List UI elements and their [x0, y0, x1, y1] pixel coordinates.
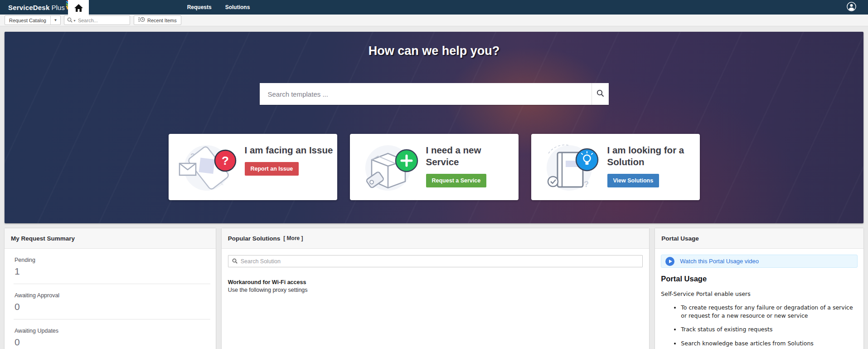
- summary-label: Awaiting Updates: [15, 328, 216, 334]
- view-solutions-button[interactable]: View Solutions: [607, 174, 659, 187]
- summary-value: 0: [15, 301, 216, 312]
- bottom-panels: My Request Summary Pending 1 Awaiting Ap…: [5, 228, 863, 349]
- book-bulb-icon: ?: [538, 140, 605, 194]
- play-icon: [665, 257, 674, 266]
- card-title: I am looking for a Solution: [607, 144, 698, 168]
- nav-menu: Requests Solutions: [180, 0, 257, 15]
- more-link[interactable]: [ More ]: [283, 235, 303, 241]
- portal-usage-bullet-list: To create requests for any failure or de…: [661, 304, 858, 347]
- recent-items-label: Recent Items: [147, 18, 177, 23]
- box-plus-icon: [356, 140, 423, 194]
- portal-usage-bullet: To create requests for any failure or de…: [681, 304, 858, 320]
- nav-item-solutions[interactable]: Solutions: [218, 0, 257, 15]
- template-search-button[interactable]: [592, 83, 609, 105]
- home-icon: [74, 4, 83, 14]
- hero-title: How can we help you?: [5, 44, 863, 58]
- request-service-button[interactable]: Request a Service: [426, 174, 487, 187]
- panel-title: My Request Summary: [5, 228, 216, 249]
- summary-row-awaiting-approval[interactable]: Awaiting Approval 0: [5, 284, 216, 319]
- search-icon: [232, 257, 238, 265]
- ticket-question-icon: ? ☾ ?: [175, 140, 242, 194]
- home-tab[interactable]: [68, 0, 89, 17]
- panel-title: Portal Usage: [655, 228, 863, 249]
- portal-usage-video-link[interactable]: Watch this Portal Usage video: [661, 255, 858, 268]
- secondary-toolbar: Request Catalog ▼ ▼ Recent Items: [0, 15, 868, 26]
- portal-usage-bullet: Track status of existing requests: [681, 325, 858, 334]
- portal-usage-bullet: Search knowledge base articles from Solu…: [681, 339, 858, 348]
- card-body: I am facing an Issue Report an Issue: [245, 140, 335, 194]
- svg-text:?: ?: [584, 180, 589, 189]
- summary-row-pending[interactable]: Pending 1: [5, 249, 216, 284]
- card-body: I am looking for a Solution View Solutio…: [607, 140, 698, 194]
- toolbar-search-input[interactable]: [78, 18, 127, 23]
- my-request-summary-panel: My Request Summary Pending 1 Awaiting Ap…: [5, 228, 216, 349]
- request-catalog-dropdown[interactable]: Request Catalog ▼: [5, 15, 61, 25]
- popular-solutions-panel: Popular Solutions [ More ] Workaround fo…: [222, 228, 650, 349]
- card-body: I need a new Service Request a Service: [426, 140, 517, 194]
- card-looking-solution: ? I am looking for a Solution View Solut…: [531, 134, 700, 200]
- recent-items-icon: [138, 17, 145, 24]
- servicedesk-logo[interactable]: ServiceDesk Plus: [0, 0, 73, 15]
- card-title: I need a new Service: [426, 144, 517, 168]
- request-catalog-label: Request Catalog: [5, 18, 50, 23]
- summary-value: 0: [15, 337, 216, 348]
- hero-banner: How can we help you? ? ☾: [5, 32, 863, 223]
- solution-list-item[interactable]: Workaround for Wi-Fi access Use the foll…: [228, 279, 643, 293]
- summary-label: Pending: [15, 257, 216, 263]
- hero-cards-row: ? ☾ ? I am facing an Issue Report an Iss…: [5, 134, 863, 200]
- solution-subtitle: Use the following proxy settings: [228, 287, 643, 293]
- template-search-bar: [260, 83, 609, 105]
- summary-label: Awaiting Approval: [15, 292, 216, 299]
- solution-search-box[interactable]: [228, 255, 643, 267]
- solutions-body: Workaround for Wi-Fi access Use the foll…: [222, 249, 650, 300]
- search-icon: [596, 89, 604, 98]
- card-need-service: I need a new Service Request a Service: [350, 134, 519, 200]
- summary-value: 1: [15, 266, 216, 277]
- panel-header: Popular Solutions [ More ]: [222, 228, 650, 249]
- template-search-input[interactable]: [260, 83, 592, 105]
- card-facing-issue: ? ☾ ? I am facing an Issue Report an Iss…: [169, 134, 337, 200]
- video-link-label: Watch this Portal Usage video: [680, 258, 759, 265]
- portal-usage-intro: Self-Service Portal enable users: [661, 290, 858, 297]
- brand-suffix: Plus: [51, 4, 64, 11]
- user-account-button[interactable]: [847, 2, 856, 13]
- portal-usage-panel: Portal Usage Watch this Portal Usage vid…: [655, 228, 863, 349]
- chevron-down-icon[interactable]: ▼: [50, 16, 60, 25]
- nav-item-requests[interactable]: Requests: [180, 0, 218, 15]
- report-issue-button[interactable]: Report an Issue: [245, 162, 299, 176]
- top-navbar: ServiceDesk Plus Requests Solutions: [0, 0, 868, 15]
- recent-items-button[interactable]: Recent Items: [134, 15, 181, 25]
- solution-search-input[interactable]: [241, 258, 639, 265]
- brand-name: ServiceDesk: [8, 4, 49, 11]
- summary-row-awaiting-updates[interactable]: Awaiting Updates 0: [5, 320, 216, 349]
- card-title: I am facing an Issue: [245, 144, 335, 156]
- svg-text:?: ?: [222, 154, 229, 167]
- user-avatar-icon: [847, 2, 856, 13]
- portal-usage-heading: Portal Usage: [661, 275, 858, 283]
- portal-usage-body: Watch this Portal Usage video Portal Usa…: [655, 249, 863, 349]
- search-icon: [67, 17, 73, 24]
- solution-title: Workaround for Wi-Fi access: [228, 279, 643, 285]
- panel-title: Popular Solutions: [228, 235, 281, 242]
- search-scope-caret-icon[interactable]: ▼: [73, 19, 76, 22]
